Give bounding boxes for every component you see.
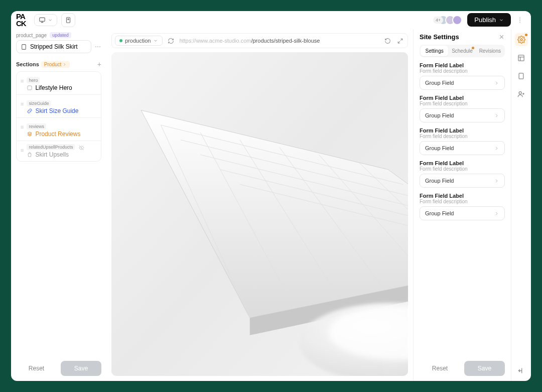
svg-point-8 — [99, 46, 100, 47]
svg-rect-5 — [22, 44, 26, 49]
notification-dot — [525, 34, 527, 36]
settings-save-button[interactable]: Save — [464, 361, 505, 376]
collapse-icon — [517, 367, 525, 374]
layout-icon — [517, 54, 525, 62]
svg-point-29 — [519, 91, 521, 94]
square-dashed-icon — [27, 85, 33, 91]
monitor-icon — [39, 17, 46, 24]
group-field[interactable]: Group Field — [420, 108, 505, 122]
sections-label: Sections — [16, 61, 39, 67]
rail-page[interactable] — [515, 69, 528, 82]
url-display: https://www.acme-studio.com/products/str… — [179, 38, 379, 44]
bag-icon — [27, 152, 33, 158]
publish-button[interactable]: Publish — [467, 13, 511, 27]
svg-point-3 — [519, 20, 520, 21]
reload-button[interactable] — [383, 37, 392, 45]
product-chip[interactable]: Product — [41, 61, 70, 68]
svg-rect-9 — [28, 86, 32, 90]
page-title-field[interactable]: Stripped Silk Skirt — [16, 40, 91, 53]
drag-handle[interactable]: ≡ — [21, 124, 24, 130]
link-icon — [27, 108, 33, 114]
avatar-overflow: 4+ — [433, 17, 443, 24]
svg-point-2 — [519, 17, 520, 18]
chevron-right-icon — [494, 80, 499, 86]
add-section[interactable]: + — [97, 60, 101, 68]
section-item[interactable]: ≡ sizeGuide Skirt Size Guide — [17, 95, 101, 118]
section-item[interactable]: ≡ hero Lifestyle Hero — [17, 72, 101, 95]
page-slug: product_page — [16, 33, 47, 38]
collaborators[interactable]: 4+ — [433, 15, 462, 25]
status-badge: updated — [50, 32, 71, 38]
group-field[interactable]: Group Field — [420, 141, 505, 155]
stack-icon — [27, 131, 33, 137]
section-item[interactable]: ≡ reviews Product Reviews — [17, 118, 101, 141]
chevron-right-icon — [494, 178, 499, 184]
kebab-icon — [516, 17, 523, 24]
page-icon — [517, 72, 525, 80]
rail-users[interactable] — [515, 87, 528, 100]
save-button[interactable]: Save — [61, 361, 101, 376]
close-button[interactable] — [498, 34, 505, 40]
export-button[interactable] — [61, 13, 75, 27]
section-item[interactable]: ≡ relatedUpsellProducts Skirt Upsells — [17, 141, 101, 161]
drag-handle[interactable]: ≡ — [21, 147, 24, 153]
svg-rect-28 — [519, 73, 523, 78]
page-more[interactable] — [94, 43, 101, 50]
settings-title: Site Settings — [420, 33, 459, 41]
chevron-right-icon — [494, 146, 499, 151]
eye-off-icon — [79, 145, 84, 151]
gear-icon — [517, 36, 525, 44]
chevron-right-icon — [62, 62, 67, 67]
svg-point-6 — [95, 46, 96, 47]
chevron-down-icon — [48, 18, 53, 23]
svg-rect-0 — [40, 18, 45, 21]
logo: PACK — [16, 13, 29, 27]
notification-dot — [472, 47, 474, 49]
avatar — [452, 15, 462, 25]
preview-canvas — [111, 52, 408, 376]
svg-rect-27 — [518, 55, 524, 60]
chevron-down-icon — [153, 38, 158, 43]
svg-point-26 — [520, 39, 522, 41]
dots-icon — [94, 43, 101, 50]
chevron-right-icon — [494, 211, 499, 216]
device-select[interactable] — [34, 14, 57, 26]
tab-revisions[interactable]: Revisions — [476, 46, 504, 56]
chevron-down-icon — [499, 18, 504, 23]
sync-icon[interactable] — [167, 37, 175, 45]
chevron-right-icon — [494, 113, 499, 118]
group-field[interactable]: Group Field — [420, 76, 505, 90]
tab-schedule[interactable]: Schedule — [448, 46, 476, 56]
more-menu[interactable] — [514, 14, 526, 26]
drag-handle[interactable]: ≡ — [21, 78, 24, 84]
settings-reset-button[interactable]: Reset — [420, 361, 460, 376]
rail-collapse[interactable] — [515, 364, 528, 377]
rail-layout[interactable] — [515, 51, 528, 64]
group-field[interactable]: Group Field — [420, 174, 505, 188]
reset-button[interactable]: Reset — [16, 361, 57, 376]
file-export-icon — [65, 17, 72, 24]
env-select[interactable]: production — [115, 36, 163, 46]
group-field[interactable]: Group Field — [420, 206, 505, 220]
close-icon — [498, 34, 505, 40]
drag-handle[interactable]: ≡ — [21, 101, 24, 107]
user-plus-icon — [517, 90, 525, 98]
rail-settings[interactable] — [515, 33, 528, 46]
tab-settings[interactable]: Settings — [421, 46, 448, 56]
status-dot — [119, 39, 122, 42]
svg-point-7 — [97, 46, 98, 47]
page-icon — [21, 44, 27, 50]
expand-button[interactable] — [396, 37, 404, 45]
svg-point-4 — [519, 22, 520, 23]
